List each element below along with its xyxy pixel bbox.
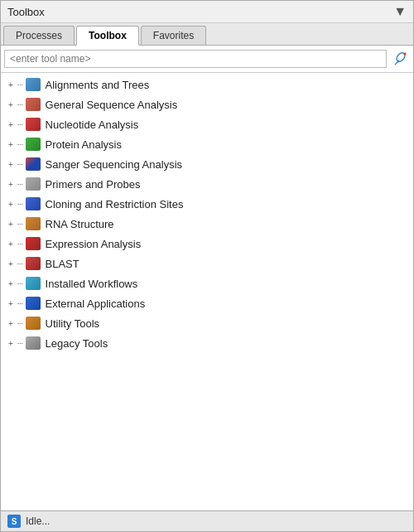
list-item[interactable]: + ····· Primers and Probes: [1, 174, 413, 194]
expand-icon[interactable]: +: [6, 120, 16, 129]
tool-label-external: External Applications: [46, 297, 146, 310]
expand-icon[interactable]: +: [6, 299, 16, 308]
tool-label-workflows: Installed Workflows: [46, 278, 138, 290]
tree-dots: ·····: [17, 160, 23, 168]
search-button[interactable]: [390, 49, 410, 69]
tab-bar: Processes Toolbox Favorites: [1, 23, 413, 46]
list-item[interactable]: + ····· Sanger Sequencing Analysis: [1, 154, 413, 174]
tree-dots: ·····: [17, 239, 23, 248]
tree-dots: ·····: [17, 299, 23, 307]
tool-icon-cloning: [25, 196, 41, 211]
tool-icon-blast: [25, 256, 41, 271]
expand-icon[interactable]: +: [6, 80, 16, 89]
tool-label-nucleotide: Nucleotide Analysis: [46, 118, 139, 131]
tool-label-blast: BLAST: [46, 258, 79, 270]
list-item[interactable]: + ····· Installed Workflows: [1, 273, 413, 293]
tool-label-sanger: Sanger Sequencing Analysis: [46, 158, 183, 171]
expand-icon[interactable]: +: [6, 160, 16, 169]
search-bar: [1, 46, 413, 73]
search-icon: [392, 51, 407, 66]
tree-dots: ·····: [17, 220, 23, 228]
expand-icon[interactable]: +: [6, 100, 16, 109]
expand-icon[interactable]: +: [6, 259, 16, 268]
search-input[interactable]: [4, 50, 387, 68]
tool-label-alignments: Alignments and Trees: [46, 79, 150, 91]
tool-icon-rna: [25, 216, 41, 231]
list-item[interactable]: + ····· BLAST: [1, 254, 413, 273]
svg-line-2: [395, 61, 398, 65]
tool-icon-expression: [25, 236, 41, 251]
list-item[interactable]: + ····· Utility Tools: [1, 313, 413, 333]
tree-dots: ·····: [17, 140, 23, 148]
tool-list: + ····· Alignments and Trees + ····· Gen…: [1, 73, 413, 510]
tool-icon-legacy: [25, 336, 41, 351]
tool-icon-primers: [25, 177, 41, 191]
tree-dots: ·····: [17, 80, 23, 89]
tab-processes[interactable]: Processes: [3, 26, 75, 45]
tree-dots: ·····: [17, 319, 23, 327]
list-item[interactable]: + ····· External Applications: [1, 293, 413, 313]
tree-dots: ·····: [17, 200, 23, 208]
tool-label-rna: RNA Structure: [46, 218, 114, 230]
tool-label-legacy: Legacy Tools: [46, 337, 108, 350]
tool-icon-sanger: [25, 157, 41, 172]
tree-dots: ·····: [17, 180, 23, 188]
tool-icon-workflows: [25, 276, 41, 291]
list-item[interactable]: + ····· Legacy Tools: [1, 333, 413, 353]
tool-label-utility: Utility Tools: [46, 317, 100, 330]
tool-label-primers: Primers and Probes: [46, 178, 141, 191]
tool-label-protein: Protein Analysis: [46, 138, 123, 151]
status-icon: S: [7, 515, 21, 528]
tool-label-general: General Sequence Analysis: [46, 99, 178, 111]
list-item[interactable]: + ····· Cloning and Restriction Sites: [1, 194, 413, 214]
list-item[interactable]: + ····· General Sequence Analysis: [1, 94, 413, 114]
expand-icon[interactable]: +: [6, 319, 16, 328]
list-item[interactable]: + ····· Alignments and Trees: [1, 75, 413, 94]
status-bar: S Idle...: [1, 510, 413, 531]
tree-dots: ·····: [17, 120, 23, 128]
status-text: Idle...: [26, 515, 50, 527]
tool-label-cloning: Cloning and Restriction Sites: [46, 198, 184, 210]
tab-toolbox[interactable]: Toolbox: [76, 26, 139, 46]
tree-dots: ·····: [17, 279, 23, 288]
main-window: Toolbox ▼ Processes Toolbox Favorites + …: [0, 0, 414, 532]
tool-label-expression: Expression Analysis: [46, 238, 142, 250]
tree-dots: ·····: [17, 339, 23, 347]
list-item[interactable]: + ····· Protein Analysis: [1, 134, 413, 154]
tool-icon-alignments: [25, 77, 41, 92]
expand-icon[interactable]: +: [6, 220, 16, 229]
expand-icon[interactable]: +: [6, 140, 16, 149]
tree-dots: ·····: [17, 100, 23, 109]
dropdown-icon[interactable]: ▼: [393, 4, 407, 19]
list-item[interactable]: + ····· Expression Analysis: [1, 234, 413, 254]
tool-icon-utility: [25, 316, 41, 331]
expand-icon[interactable]: +: [6, 339, 16, 348]
expand-icon[interactable]: +: [6, 180, 16, 189]
expand-icon[interactable]: +: [6, 279, 16, 288]
tool-icon-general: [25, 97, 41, 112]
tool-icon-nucleotide: [25, 117, 41, 132]
title-bar: Toolbox ▼: [1, 1, 413, 23]
list-item[interactable]: + ····· Nucleotide Analysis: [1, 114, 413, 134]
expand-icon[interactable]: +: [6, 239, 16, 249]
window-title: Toolbox: [7, 6, 45, 18]
tool-icon-external: [25, 296, 41, 311]
tool-icon-protein: [25, 137, 41, 152]
tab-favorites[interactable]: Favorites: [141, 26, 206, 45]
expand-icon[interactable]: +: [6, 200, 16, 209]
tree-dots: ·····: [17, 259, 23, 268]
list-item[interactable]: + ····· RNA Structure: [1, 214, 413, 234]
